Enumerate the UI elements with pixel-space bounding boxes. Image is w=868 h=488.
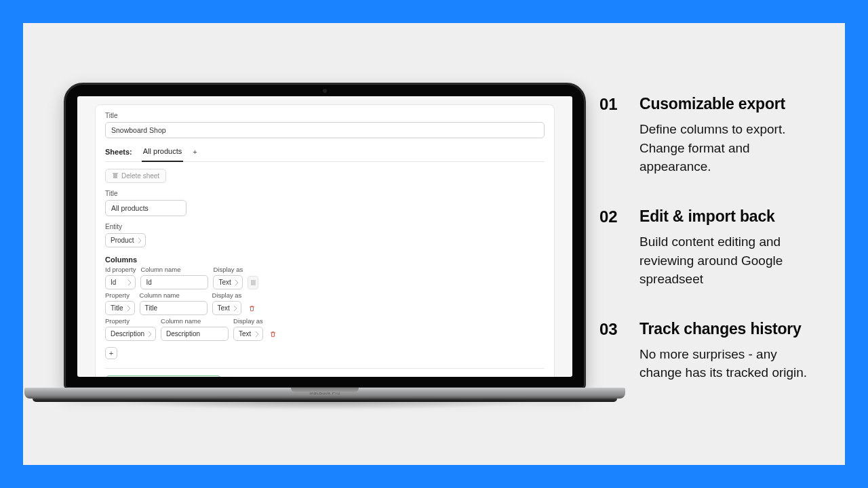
create-spreadsheet-button[interactable]: Create synchronized spreadsheet [105,375,222,377]
feature-title: Cusomizable export [639,95,818,113]
laptop: Title Snowboard Shop Sheets: All product… [64,83,586,405]
column-row: Property Description Column name Descrip… [105,317,545,341]
delete-sheet-label: Delete sheet [121,172,159,180]
col-name-input[interactable]: Title [140,301,208,315]
sheet-title-section: Title All products [105,190,545,216]
feature-title: Track changes history [639,320,818,338]
trash-icon [251,280,256,285]
feature-number: 03 [599,320,628,382]
delete-sheet-button[interactable]: Delete sheet [105,169,166,183]
col-prop-label: Property [105,317,156,325]
feature-item: 02 Edit & import back Build content edit… [599,207,818,289]
col-name-label: Column name [161,317,229,325]
laptop-bezel: Title Snowboard Shop Sheets: All product… [64,83,586,389]
title-input[interactable]: Snowboard Shop [105,122,545,138]
laptop-hinge: MacBook Pro [24,388,625,399]
col-property-select[interactable]: Title [105,301,135,315]
feature-desc: No more surprises - any change has its t… [639,345,818,382]
feature-title: Edit & import back [639,207,818,226]
device-mockup-area: Title Snowboard Shop Sheets: All product… [23,23,586,465]
delete-column-button[interactable] [268,327,279,341]
sheet-title-input[interactable]: All products [105,200,186,216]
entity-select[interactable]: Product [105,233,146,247]
col-prop-label: Id property [105,266,136,273]
page-inner: Title Snowboard Shop Sheets: All product… [23,23,845,465]
features-list: 01 Cusomizable export Define columns to … [586,47,845,440]
entity-label: Entity [105,223,545,230]
laptop-shadow [16,401,633,415]
camera-dot [323,89,327,93]
trash-icon [112,173,118,180]
col-property-select[interactable]: Id [105,275,136,289]
add-column-button[interactable]: + [105,347,117,359]
trash-icon [269,330,277,338]
col-name-label: Column name [140,291,208,299]
feature-desc: Build content editing and reviewing arou… [639,232,818,289]
col-property-select[interactable]: Description [105,327,156,341]
sheets-tabs-row: Sheets: All products + [105,147,545,162]
entity-section: Entity Product [105,223,545,247]
trash-icon [248,304,256,312]
config-card: Title Snowboard Shop Sheets: All product… [95,104,555,377]
col-display-label: Display as [212,291,242,299]
col-display-select[interactable]: Text [212,301,242,315]
page-outer: Title Snowboard Shop Sheets: All product… [0,0,868,488]
col-name-input[interactable]: Description [161,327,229,341]
feature-number: 02 [599,207,628,289]
col-prop-label: Property [105,291,135,299]
feature-desc: Define columns to export. Change format … [639,120,818,176]
delete-column-button-disabled [248,276,258,289]
add-sheet-button[interactable]: + [193,148,197,161]
col-display-label: Display as [213,266,243,273]
sheet-tab-all-products[interactable]: All products [142,147,183,162]
feature-number: 01 [599,95,628,176]
col-display-select[interactable]: Text [233,327,263,341]
column-row: Property Title Column name Title Display… [105,291,545,315]
col-display-label: Display as [233,317,263,325]
column-row: Id property Id Column name Id Display as… [105,266,545,289]
columns-heading: Columns [105,256,545,264]
sheets-label: Sheets: [105,148,132,161]
col-name-input[interactable]: Id [140,275,208,289]
app-screen: Title Snowboard Shop Sheets: All product… [77,96,572,377]
feature-item: 03 Track changes history No more surpris… [599,320,818,382]
delete-column-button[interactable] [246,302,257,315]
card-footer: Create synchronized spreadsheet ✓ Export… [105,368,545,377]
title-label: Title [105,112,545,119]
feature-item: 01 Cusomizable export Define columns to … [599,95,818,176]
trackpad-notch [291,388,359,392]
entity-value: Product [111,237,134,244]
laptop-base: MacBook Pro [64,388,586,405]
col-name-label: Column name [140,266,208,273]
col-display-select[interactable]: Text [213,275,243,289]
sheet-title-label: Title [105,190,545,197]
